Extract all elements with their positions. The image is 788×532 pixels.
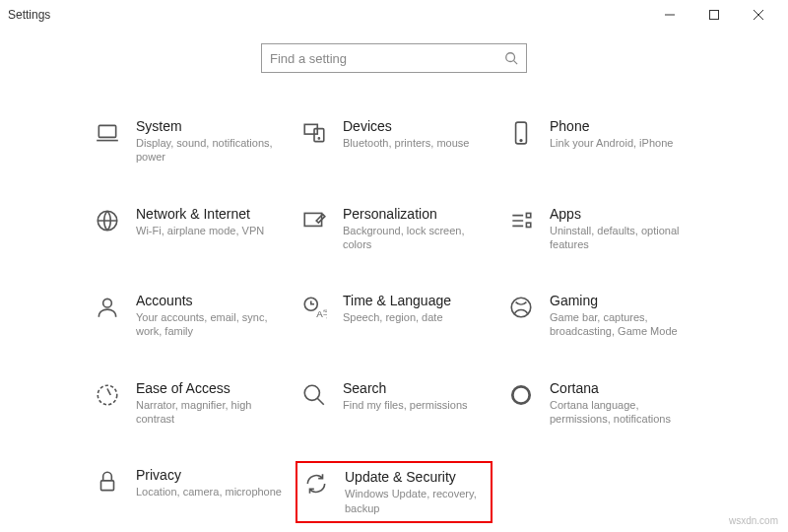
tile-time-language[interactable]: A字 Time & Language Speech, region, date xyxy=(296,287,492,345)
close-icon xyxy=(754,10,763,20)
tile-ease-of-access[interactable]: Ease of Access Narrator, magnifier, high… xyxy=(89,374,286,432)
search-icon xyxy=(504,51,518,65)
tile-title: Personalization xyxy=(343,206,489,222)
tile-privacy[interactable]: Privacy Location, camera, microphone xyxy=(89,461,286,523)
phone-icon xyxy=(506,118,536,148)
tile-title: Cortana xyxy=(550,380,695,396)
tile-desc: Location, camera, microphone xyxy=(136,485,282,499)
tile-title: Update & Security xyxy=(345,469,487,485)
tile-desc: Display, sound, notifications, power xyxy=(136,136,282,165)
maximize-button[interactable] xyxy=(691,0,736,30)
tile-network[interactable]: Network & Internet Wi-Fi, airplane mode,… xyxy=(89,200,286,258)
svg-point-18 xyxy=(512,386,529,403)
tile-phone[interactable]: Phone Link your Android, iPhone xyxy=(502,112,699,170)
tile-desc: Windows Update, recovery, backup xyxy=(345,487,487,515)
tile-cortana[interactable]: Cortana Cortana language, permissions, n… xyxy=(502,374,699,432)
maximize-icon xyxy=(709,10,719,20)
tile-title: System xyxy=(136,118,282,134)
tile-desc: Bluetooth, printers, mouse xyxy=(343,136,489,150)
lock-icon xyxy=(93,467,122,497)
minimize-button[interactable] xyxy=(647,0,691,30)
tile-desc: Uninstall, defaults, optional features xyxy=(550,224,695,252)
svg-rect-0 xyxy=(709,11,718,20)
tile-title: Phone xyxy=(550,118,695,134)
tile-search[interactable]: Search Find my files, permissions xyxy=(296,374,492,432)
svg-point-5 xyxy=(318,138,319,139)
tile-accounts[interactable]: Accounts Your accounts, email, sync, wor… xyxy=(89,287,286,345)
tile-system[interactable]: System Display, sound, notifications, po… xyxy=(89,112,286,170)
apps-icon xyxy=(506,206,536,235)
tile-gaming[interactable]: Gaming Game bar, captures, broadcasting,… xyxy=(502,287,699,345)
refresh-icon xyxy=(301,469,331,499)
tile-apps[interactable]: Apps Uninstall, defaults, optional featu… xyxy=(502,200,699,258)
search-input[interactable] xyxy=(270,51,504,66)
tile-desc: Cortana language, permissions, notificat… xyxy=(550,398,695,427)
devices-icon xyxy=(299,118,329,148)
svg-point-1 xyxy=(506,53,515,62)
svg-point-16 xyxy=(98,385,117,405)
pen-icon xyxy=(299,206,329,235)
search-row xyxy=(0,30,788,93)
tile-desc: Your accounts, email, sync, work, family xyxy=(136,310,282,339)
tile-desc: Wi-Fi, airplane mode, VPN xyxy=(136,224,282,237)
svg-point-12 xyxy=(103,299,112,308)
time-language-icon: A字 xyxy=(299,293,329,322)
tile-personalization[interactable]: Personalization Background, lock screen,… xyxy=(296,200,492,258)
tile-desc: Narrator, magnifier, high contrast xyxy=(136,398,282,427)
laptop-icon xyxy=(93,118,122,148)
close-button[interactable] xyxy=(736,0,780,30)
minimize-icon xyxy=(665,10,675,20)
tile-devices[interactable]: Devices Bluetooth, printers, mouse xyxy=(296,112,492,170)
cortana-icon xyxy=(506,380,536,410)
svg-rect-9 xyxy=(304,213,321,226)
globe-icon xyxy=(93,206,122,235)
tile-desc: Game bar, captures, broadcasting, Game M… xyxy=(550,310,695,339)
svg-rect-2 xyxy=(98,125,115,137)
svg-rect-11 xyxy=(526,223,530,227)
xbox-icon xyxy=(506,293,536,322)
titlebar: Settings xyxy=(0,0,788,30)
person-icon xyxy=(93,293,122,322)
tile-desc: Speech, region, date xyxy=(343,310,489,324)
search-box[interactable] xyxy=(261,43,527,73)
settings-grid: System Display, sound, notifications, po… xyxy=(89,112,699,523)
svg-point-15 xyxy=(511,298,531,317)
tile-title: Accounts xyxy=(136,293,282,308)
tile-title: Gaming xyxy=(550,293,695,308)
svg-point-17 xyxy=(304,385,319,400)
ease-icon xyxy=(93,380,122,410)
tile-title: Privacy xyxy=(136,467,282,483)
window-title: Settings xyxy=(8,8,50,22)
svg-text:A字: A字 xyxy=(316,308,327,319)
tile-title: Network & Internet xyxy=(136,206,282,222)
svg-point-7 xyxy=(520,140,522,142)
tile-title: Apps xyxy=(550,206,695,222)
tile-desc: Link your Android, iPhone xyxy=(550,136,695,150)
tile-update-security[interactable]: Update & Security Windows Update, recove… xyxy=(296,461,492,523)
svg-rect-19 xyxy=(101,481,114,491)
attribution-text: wsxdn.com xyxy=(729,515,778,526)
tile-title: Ease of Access xyxy=(136,380,282,396)
tile-desc: Background, lock screen, colors xyxy=(343,224,489,252)
tile-desc: Find my files, permissions xyxy=(343,398,489,412)
search-large-icon xyxy=(299,380,329,410)
tile-title: Devices xyxy=(343,118,489,134)
tile-title: Search xyxy=(343,380,489,396)
svg-rect-10 xyxy=(526,213,530,217)
tile-title: Time & Language xyxy=(343,293,489,308)
